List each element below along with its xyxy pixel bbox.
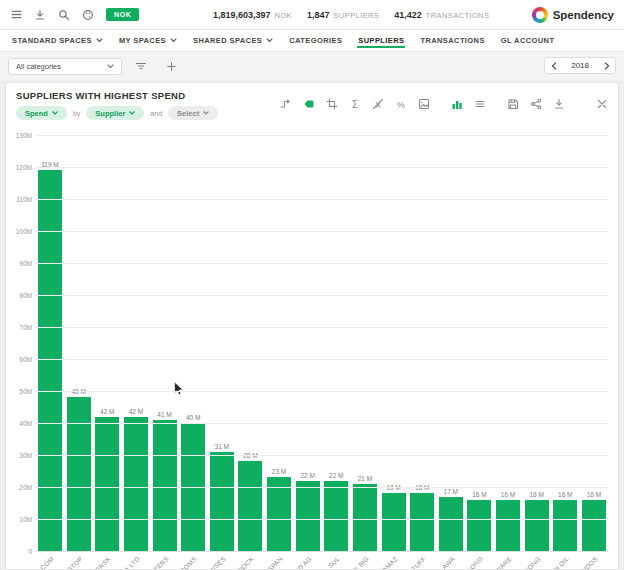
tab-shared-spaces[interactable]: SHARED SPACES <box>185 30 281 51</box>
palette-icon[interactable] <box>76 3 100 27</box>
bar[interactable] <box>439 497 463 551</box>
tab-gl-account[interactable]: GL ACCOUNT <box>493 30 563 51</box>
tag-icon[interactable] <box>302 97 315 110</box>
gridline <box>36 295 608 296</box>
y-axis-tick: 30M <box>6 452 32 459</box>
measure-pill[interactable]: Spend <box>16 106 67 120</box>
year-value: 2018 <box>562 61 598 70</box>
bar[interactable] <box>67 397 91 551</box>
bar[interactable] <box>410 493 434 551</box>
search-icon[interactable] <box>52 3 76 27</box>
bar-cell: 17 MAWA <box>439 135 463 551</box>
panel-header-left: SUPPLIERS WITH HIGHEST SPEND Spend by Su… <box>16 90 218 120</box>
bar-cell: 16 MLOND <box>467 135 491 551</box>
bar-value-label: 23 M <box>272 468 286 475</box>
bar[interactable] <box>553 500 577 551</box>
bar[interactable] <box>210 452 234 551</box>
tab-my-spaces[interactable]: MY SPACES <box>111 30 185 51</box>
bar[interactable] <box>525 500 549 551</box>
tab-label: CATEGORIES <box>289 36 342 45</box>
tab-label: SHARED SPACES <box>193 36 262 45</box>
chevron-right-icon[interactable] <box>598 58 615 73</box>
list-icon[interactable] <box>473 97 486 110</box>
download-icon[interactable] <box>552 97 565 110</box>
tab-transactions[interactable]: TRANSACTIONS <box>412 30 492 51</box>
bar-value-label: 16 M <box>501 491 515 498</box>
bar[interactable] <box>38 170 62 551</box>
header-actions: NOK <box>0 3 139 27</box>
bar-cell: 16 MKONG <box>525 135 549 551</box>
chevron-down-icon <box>266 38 273 43</box>
bar-value-label: 31 M <box>215 443 229 450</box>
close-icon[interactable] <box>595 97 608 110</box>
gridline <box>36 423 608 424</box>
bar[interactable] <box>582 500 606 551</box>
tab-label: GL ACCOUNT <box>501 36 555 45</box>
save-icon[interactable] <box>506 97 519 110</box>
category-select[interactable]: All categories <box>8 58 122 75</box>
bar-cell: 18 MAMAZ <box>382 135 406 551</box>
bar-value-label: 16 M <box>529 491 543 498</box>
gridline <box>36 551 608 552</box>
tab-standard-spaces[interactable]: STANDARD SPACES <box>4 30 111 51</box>
secondary-dimension-pill[interactable]: Select <box>168 106 218 120</box>
tab-label: TRANSACTIONS <box>420 36 484 45</box>
image-icon[interactable] <box>417 97 430 110</box>
y-axis-tick: 70M <box>6 324 32 331</box>
bar[interactable] <box>238 461 262 551</box>
tab-categories[interactable]: CATEGORIES <box>281 30 350 51</box>
bar-chart-icon[interactable] <box>450 97 463 110</box>
exclude-x-icon[interactable]: X <box>371 97 384 110</box>
percent-icon[interactable]: % <box>394 97 407 110</box>
bar[interactable] <box>382 493 406 551</box>
by-label: by <box>73 110 80 117</box>
stat-value: 1,847 <box>307 10 330 20</box>
bar-value-label: 17 M <box>444 488 458 495</box>
measure-pill-label: Spend <box>25 109 48 118</box>
chart-toolbar: Σ X % <box>279 97 608 110</box>
bar-cell: 16 MCH OIL <box>553 135 577 551</box>
crop-icon[interactable] <box>325 97 338 110</box>
bar[interactable] <box>324 481 348 551</box>
sigma-icon[interactable]: Σ <box>348 97 361 110</box>
share-icon[interactable] <box>529 97 542 110</box>
gridline <box>36 359 608 360</box>
gridline <box>36 391 608 392</box>
flow-icon[interactable] <box>279 97 292 110</box>
currency-badge[interactable]: NOK <box>106 8 139 21</box>
header-stat-suppliers: 1,847SUPPLIERS <box>307 10 379 20</box>
filter-icon[interactable] <box>130 55 152 77</box>
stat-value: 41,422 <box>394 10 422 20</box>
bar[interactable] <box>267 477 291 551</box>
bars-container: 119 M. COM48 MTSTOP42 MAERSK42 MRA LTD41… <box>38 135 606 551</box>
bar-value-label: 42 M <box>100 408 114 415</box>
bar[interactable] <box>296 481 320 551</box>
add-icon[interactable] <box>160 55 182 77</box>
chevron-left-icon[interactable] <box>545 58 562 73</box>
y-axis-tick: 90M <box>6 260 32 267</box>
chevron-down-icon <box>203 111 209 115</box>
bar[interactable] <box>153 420 177 551</box>
download-icon[interactable] <box>28 3 52 27</box>
bar[interactable] <box>95 417 119 551</box>
spendency-logo-icon <box>532 7 548 23</box>
bar[interactable] <box>353 484 377 551</box>
bar[interactable] <box>467 500 491 551</box>
dimension-pill[interactable]: Supplier <box>86 106 144 120</box>
y-axis-tick: 110M <box>6 196 32 203</box>
header-stat-transactions: 41,422TRANSACTIONS <box>394 10 489 20</box>
page-title: SUPPLIERS WITH HIGHEST SPEND <box>16 90 218 101</box>
bar[interactable] <box>124 417 148 551</box>
tab-suppliers[interactable]: SUPPLIERS <box>350 30 412 51</box>
bar-cell: 119 M. COM <box>38 135 62 551</box>
bar[interactable] <box>496 500 520 551</box>
y-axis-tick: 20M <box>6 484 32 491</box>
bar-value-label: 22 M <box>300 472 314 479</box>
chevron-down-icon <box>129 111 135 115</box>
filter-bar: All categories 2018 <box>0 52 624 80</box>
chevron-down-icon <box>170 38 177 43</box>
tab-label: STANDARD SPACES <box>12 36 92 45</box>
menu-icon[interactable] <box>4 3 28 27</box>
bar-cell: 16 MWARE <box>496 135 520 551</box>
bar-value-label: 40 M <box>186 414 200 421</box>
